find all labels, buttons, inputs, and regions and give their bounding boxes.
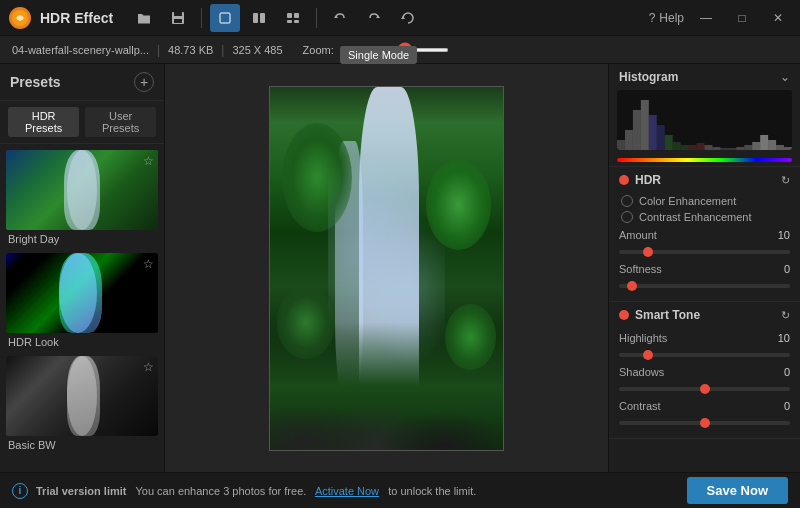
svg-rect-17	[633, 110, 641, 150]
info-bar: 04-waterfall-scenery-wallp... | 48.73 KB…	[0, 36, 800, 64]
preset-star-bright-day[interactable]: ☆	[143, 154, 154, 168]
svg-rect-33	[760, 135, 768, 150]
svg-rect-25	[697, 143, 705, 150]
close-button[interactable]: ✕	[764, 8, 792, 28]
split-mode-button[interactable]	[244, 4, 274, 32]
svg-rect-27	[712, 147, 720, 150]
color-enhancement-radio[interactable]	[621, 195, 633, 207]
histogram-expand-icon[interactable]: ⌄	[780, 70, 790, 84]
zoom-slider-container	[389, 48, 449, 52]
compare-mode-button[interactable]	[278, 4, 308, 32]
add-preset-button[interactable]: +	[134, 72, 154, 92]
zoom-slider[interactable]	[389, 48, 449, 52]
presets-header: Presets +	[0, 64, 164, 101]
redo-button[interactable]	[359, 4, 389, 32]
hdr-section-title: HDR	[635, 173, 775, 187]
app-logo	[8, 6, 32, 30]
svg-rect-19	[649, 115, 657, 150]
highlights-label-row: Highlights 10	[619, 332, 790, 344]
single-mode-button[interactable]	[210, 4, 240, 32]
maximize-button[interactable]: □	[728, 8, 756, 28]
histogram-header: Histogram ⌄	[609, 64, 800, 90]
activate-now-link[interactable]: Activate Now	[315, 485, 379, 497]
preset-tabs: HDR Presets User Presets	[0, 101, 164, 144]
highlights-label: Highlights	[619, 332, 667, 344]
open-file-button[interactable]	[129, 4, 159, 32]
svg-rect-28	[720, 148, 728, 150]
contrast-enhancement-radio[interactable]	[621, 211, 633, 223]
presets-title: Presets	[10, 74, 61, 90]
preset-item-hdr-look[interactable]: ☆ HDR Look	[6, 253, 158, 348]
color-enhancement-row: Color Enhancement	[609, 193, 800, 209]
file-dims: 325 X 485	[232, 44, 282, 56]
waterfall-image	[270, 87, 503, 450]
minimize-button[interactable]: —	[692, 8, 720, 28]
svg-rect-22	[673, 142, 681, 150]
hdr-refresh-icon[interactable]: ↻	[781, 174, 790, 187]
tab-user-presets[interactable]: User Presets	[85, 107, 156, 137]
help-button[interactable]: ? Help	[649, 11, 684, 25]
contrast-value: 0	[784, 400, 790, 412]
contrast-enhancement-label: Contrast Enhancement	[639, 211, 752, 223]
zoom-value: 100 %	[346, 44, 377, 56]
preset-label-hdr-look: HDR Look	[6, 336, 158, 348]
app-title: HDR Effect	[40, 10, 113, 26]
preset-thumb-img-basic-bw	[6, 356, 158, 436]
svg-rect-15	[617, 140, 625, 150]
hdr-section-header[interactable]: HDR ↻	[609, 167, 800, 193]
svg-rect-16	[625, 130, 633, 150]
trial-description: You can enhance 3 photos for free.	[135, 485, 306, 497]
preset-star-hdr-look[interactable]: ☆	[143, 257, 154, 271]
histogram-title: Histogram	[619, 70, 678, 84]
help-label: Help	[659, 11, 684, 25]
tab-hdr-presets[interactable]: HDR Presets	[8, 107, 79, 137]
preset-list: ☆ Bright Day ☆ HDR Look	[0, 144, 164, 472]
hdr-softness-slider[interactable]	[619, 284, 790, 288]
color-enhancement-label: Color Enhancement	[639, 195, 736, 207]
shadows-slider[interactable]	[619, 387, 790, 391]
preset-item-bright-day[interactable]: ☆ Bright Day	[6, 150, 158, 245]
hdr-amount-label-row: Amount 10	[619, 229, 790, 241]
rotate-button[interactable]	[393, 4, 423, 32]
svg-rect-6	[253, 13, 258, 23]
contrast-label: Contrast	[619, 400, 661, 412]
save-file-button[interactable]	[163, 4, 193, 32]
histogram-section: Histogram ⌄	[609, 64, 800, 167]
canvas-area	[165, 64, 608, 472]
svg-marker-14	[401, 16, 405, 19]
preset-star-basic-bw[interactable]: ☆	[143, 360, 154, 374]
toolbar-separator-1	[201, 8, 202, 28]
preset-thumb-basic-bw: ☆	[6, 356, 158, 436]
hdr-softness-value: 0	[784, 263, 790, 275]
svg-rect-18	[641, 100, 649, 150]
left-panel: Presets + HDR Presets User Presets ☆ Bri…	[0, 64, 165, 472]
smart-tone-refresh-icon[interactable]: ↻	[781, 309, 790, 322]
trial-icon: i	[12, 483, 28, 499]
shadows-value: 0	[784, 366, 790, 378]
svg-rect-3	[174, 12, 182, 16]
preset-item-basic-bw[interactable]: ☆ Basic BW	[6, 356, 158, 451]
contrast-label-row: Contrast 0	[619, 400, 790, 412]
bottom-bar: i Trial version limit You can enhance 3 …	[0, 472, 800, 508]
svg-rect-34	[768, 140, 776, 150]
svg-rect-36	[784, 147, 792, 150]
undo-button[interactable]	[325, 4, 355, 32]
main-layout: Presets + HDR Presets User Presets ☆ Bri…	[0, 64, 800, 472]
highlights-slider[interactable]	[619, 353, 790, 357]
svg-rect-26	[705, 145, 713, 150]
svg-rect-30	[736, 147, 744, 150]
activate-suffix: to unlock the limit.	[388, 485, 476, 497]
preset-thumb-img-hdr-look	[6, 253, 158, 333]
hdr-amount-value: 10	[778, 229, 790, 241]
hdr-amount-row: Amount 10	[609, 225, 800, 259]
smart-tone-section-header[interactable]: Smart Tone ↻	[609, 302, 800, 328]
toolbar	[129, 4, 649, 32]
contrast-slider[interactable]	[619, 421, 790, 425]
save-now-button[interactable]: Save Now	[687, 477, 788, 504]
svg-rect-35	[776, 145, 784, 150]
info-separator-2: |	[221, 43, 224, 57]
highlights-value: 10	[778, 332, 790, 344]
trial-text: Trial version limit You can enhance 3 ph…	[36, 485, 687, 497]
hdr-amount-slider[interactable]	[619, 250, 790, 254]
histogram-color-strip	[617, 158, 792, 162]
